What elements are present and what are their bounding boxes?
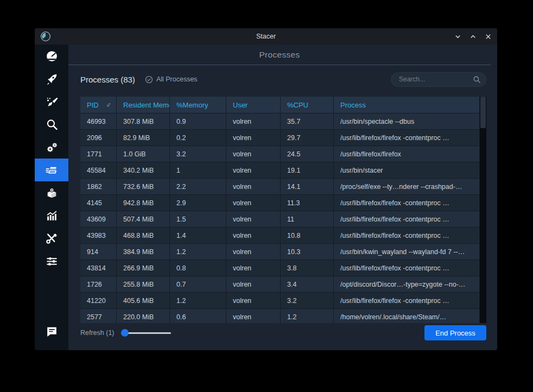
cell-pid: 43609 <box>80 211 117 227</box>
cell-user: volren <box>226 308 281 323</box>
table-row[interactable]: 46993307.8 MiB0.9volren35.7/usr/bin/spec… <box>80 113 480 129</box>
cell-resident-memory: 732.6 MiB <box>117 178 170 194</box>
table-row[interactable]: 45584340.2 MiB1volren19.1/usr/bin/stacer <box>80 162 480 178</box>
cell-resident-memory: 255.8 MiB <box>117 276 170 292</box>
sidebar-item-settings[interactable] <box>35 250 68 273</box>
table-row[interactable]: 1862732.6 MiB2.2volren14.1/proc/self/exe… <box>80 178 480 194</box>
scrollbar-thumb[interactable] <box>480 97 486 128</box>
table-row[interactable]: 43814266.9 MiB0.8volren3.8/usr/lib/firef… <box>80 260 480 276</box>
column-header-memory-percent[interactable]: %Memory <box>170 97 226 113</box>
sidebar-item-feedback[interactable] <box>35 320 68 343</box>
cell-resident-memory: 507.4 MiB <box>117 211 170 227</box>
cell-user: volren <box>226 194 281 211</box>
toolbar: Processes (83) All Processes <box>68 65 497 93</box>
cell-pid: 4145 <box>80 194 117 211</box>
cell-cpu-percent: 3.2 <box>281 292 334 308</box>
table-row[interactable]: 2577220.0 MiB0.6volren1.2/home/volren/.l… <box>80 308 480 323</box>
sidebar-item-startup-apps[interactable] <box>35 67 68 90</box>
process-table: PID Resident Memory %Memory User %CPU Pr… <box>80 97 486 323</box>
sidebar-item-system-cleaner[interactable] <box>35 90 68 113</box>
close-button[interactable] <box>484 33 492 40</box>
cell-resident-memory: 220.0 MiB <box>117 308 170 323</box>
cell-pid: 43814 <box>80 260 117 276</box>
table-row[interactable]: 41220405.6 MiB1.2volren3.2/usr/lib/firef… <box>80 292 480 308</box>
cell-process: /usr/lib/firefox/firefox -contentproc … <box>334 292 480 308</box>
processes-page: Processes Processes (83) All Processes <box>68 45 497 350</box>
refresh-interval-slider[interactable] <box>121 329 171 337</box>
column-header-cpu-percent[interactable]: %CPU <box>281 97 334 113</box>
sidebar-item-processes[interactable] <box>35 159 68 181</box>
package-icon <box>45 186 59 200</box>
footer: Refresh (1) End Process <box>68 323 497 350</box>
cell-resident-memory: 266.9 MiB <box>117 260 170 276</box>
cell-resident-memory: 468.8 MiB <box>117 227 170 243</box>
cell-user: volren <box>226 276 281 292</box>
sidebar-item-resources[interactable] <box>35 204 68 227</box>
cell-resident-memory: 942.8 MiB <box>117 194 170 211</box>
page-header: Processes <box>68 45 491 65</box>
cell-process: /usr/lib/firefox/firefox <box>334 146 480 162</box>
table-row[interactable]: 209682.9 MiB0.2volren29.7/usr/lib/firefo… <box>80 129 480 146</box>
process-stack-icon <box>45 163 59 177</box>
cell-process: /opt/discord/Discor…-type=zygote --no-… <box>334 276 480 292</box>
cell-memory-percent: 1.5 <box>170 211 226 227</box>
cell-cpu-percent: 24.5 <box>281 146 334 162</box>
table-row[interactable]: 43609507.4 MiB1.5volren11/usr/lib/firefo… <box>80 211 480 227</box>
minimize-button[interactable] <box>454 33 461 40</box>
all-processes-checkbox[interactable]: All Processes <box>145 75 198 84</box>
sidebar-item-services[interactable] <box>35 136 68 159</box>
search-input[interactable] <box>391 72 486 87</box>
sidebar-item-uninstaller[interactable] <box>35 181 68 204</box>
cell-memory-percent: 0.6 <box>170 308 226 323</box>
column-header-resident-memory[interactable]: Resident Memory <box>117 97 170 113</box>
circle-check-icon <box>145 75 153 84</box>
slider-handle[interactable] <box>121 329 129 337</box>
cell-user: volren <box>226 113 281 129</box>
cell-process: /usr/lib/firefox/firefox -contentproc … <box>334 260 480 276</box>
column-header-user[interactable]: User <box>226 97 281 113</box>
table-body: 46993307.8 MiB0.9volren35.7/usr/bin/spec… <box>80 113 480 323</box>
search-icon <box>473 75 481 86</box>
window-title: Stacer <box>35 33 497 40</box>
column-header-process[interactable]: Process <box>334 97 480 113</box>
cell-resident-memory: 384.9 MiB <box>117 243 170 260</box>
table-row[interactable]: 1726255.8 MiB0.7volren3.4/opt/discord/Di… <box>80 276 480 292</box>
cell-resident-memory: 82.9 MiB <box>117 129 170 146</box>
sliders-icon <box>45 255 59 268</box>
maximize-button[interactable] <box>469 33 477 40</box>
titlebar: Stacer <box>35 28 497 45</box>
cell-memory-percent: 1.2 <box>170 292 226 308</box>
table-row[interactable]: 17711.0 GiB3.2volren24.5/usr/lib/firefox… <box>80 146 480 162</box>
cell-pid: 1862 <box>80 178 117 194</box>
cell-memory-percent: 0.7 <box>170 276 226 292</box>
cell-memory-percent: 0.9 <box>170 113 226 129</box>
end-process-button[interactable]: End Process <box>424 325 486 340</box>
table-row[interactable]: 4145942.8 MiB2.9volren11.3/usr/lib/firef… <box>80 194 480 211</box>
sidebar-item-helpers[interactable] <box>35 227 68 250</box>
cell-cpu-percent: 3.4 <box>281 276 334 292</box>
cell-pid: 914 <box>80 243 117 260</box>
refresh-label: Refresh (1) <box>80 329 115 337</box>
sidebar-item-search[interactable] <box>35 113 68 136</box>
cell-user: volren <box>226 129 281 146</box>
sort-icon <box>106 103 111 108</box>
stacer-logo-icon <box>40 31 51 42</box>
cell-memory-percent: 2.9 <box>170 194 226 211</box>
cell-pid: 45584 <box>80 162 117 178</box>
table-scrollbar[interactable] <box>480 97 486 323</box>
cell-resident-memory: 307.8 MiB <box>117 113 170 129</box>
table-row[interactable]: 43983468.8 MiB1.4volren10.8/usr/lib/fire… <box>80 227 480 243</box>
gauge-icon <box>45 49 59 63</box>
cell-resident-memory: 405.6 MiB <box>117 292 170 308</box>
cell-pid: 46993 <box>80 113 117 129</box>
cell-memory-percent: 1.4 <box>170 227 226 243</box>
cell-cpu-percent: 3.8 <box>281 260 334 276</box>
gears-icon <box>45 141 59 154</box>
sidebar <box>35 45 68 350</box>
cell-memory-percent: 0.8 <box>170 260 226 276</box>
column-header-pid[interactable]: PID <box>80 97 117 113</box>
table-row[interactable]: 914384.9 MiB1.2volren10.3/usr/bin/kwin_w… <box>80 243 480 260</box>
cell-memory-percent: 2.2 <box>170 178 226 194</box>
cell-pid: 2096 <box>80 129 117 146</box>
sidebar-item-dashboard[interactable] <box>35 45 68 67</box>
